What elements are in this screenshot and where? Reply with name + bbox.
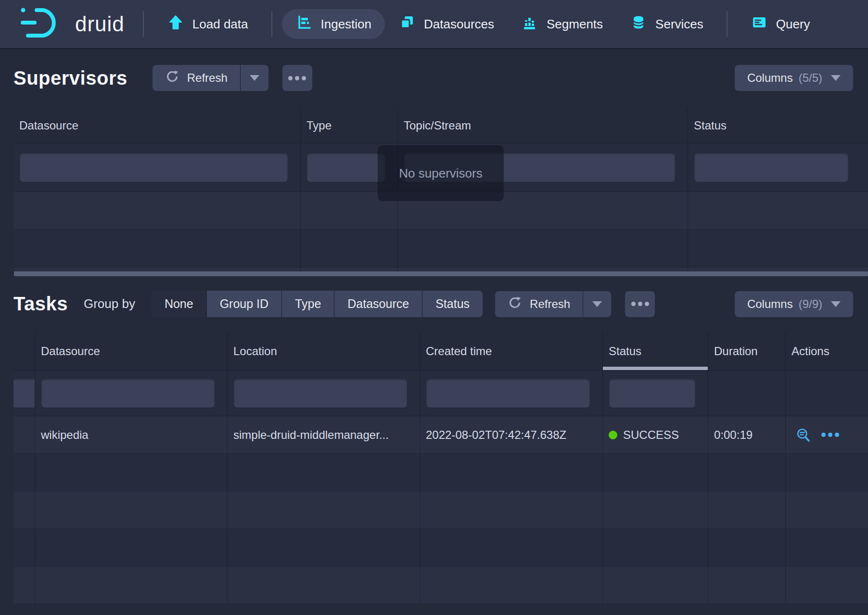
refresh-label: Refresh	[187, 71, 228, 85]
task-duration-cell: 0:00:19	[708, 416, 786, 453]
tasks-more-button[interactable]	[625, 291, 655, 317]
tasks-filter-row	[13, 371, 868, 416]
group-by-button-group: None Group ID Type Datasource Status	[152, 291, 483, 317]
supervisors-more-button[interactable]	[282, 65, 312, 91]
supervisors-refresh-button[interactable]: Refresh	[153, 65, 241, 91]
column-header-topic-stream[interactable]: Topic/Stream	[398, 108, 688, 143]
view-details-magnifier-icon[interactable]	[795, 427, 811, 443]
group-by-status-button[interactable]: Status	[422, 291, 483, 317]
druid-logo-icon	[17, 5, 68, 43]
nav-item-label: Services	[655, 17, 703, 32]
supervisors-columns-button[interactable]: Columns (5/5)	[735, 65, 853, 91]
columns-label: Columns	[747, 71, 793, 85]
table-row	[13, 491, 868, 529]
nav-bar: druid Load data Ingestion	[0, 0, 868, 48]
nav-item-label: Ingestion	[321, 17, 372, 32]
nav-item-label: Query	[776, 17, 810, 32]
nav-item-segments[interactable]: Segments	[508, 9, 616, 39]
nav-item-datasources[interactable]: Datasources	[385, 9, 508, 39]
column-header-status[interactable]: Status	[688, 108, 868, 143]
supervisors-title: Supervisors	[13, 67, 128, 89]
nav-divider	[727, 11, 728, 37]
tasks-toolbar: Tasks Group by None Group ID Type Dataso…	[13, 291, 853, 317]
column-header-location[interactable]: Location	[228, 332, 420, 370]
columns-label: Columns	[747, 297, 793, 311]
status-text: SUCCESS	[623, 428, 679, 442]
group-by-none-button[interactable]: None	[152, 291, 206, 317]
nav-item-services[interactable]: Services	[616, 9, 717, 39]
supervisors-toolbar: Supervisors Refresh Columns (5/5)	[13, 64, 853, 91]
refresh-icon	[165, 69, 179, 87]
supervisors-table: Datasource Type Topic/Stream Status No s…	[13, 108, 868, 271]
chevron-down-icon	[592, 301, 602, 307]
more-icon	[631, 302, 636, 306]
tasks-refresh-button[interactable]: Refresh	[495, 291, 583, 317]
created-time-filter-input[interactable]	[426, 378, 590, 408]
column-header-datasource[interactable]: Datasource	[13, 108, 301, 143]
chevron-down-icon	[831, 301, 841, 307]
nav-item-load-data[interactable]: Load data	[153, 9, 262, 39]
column-header-created-time[interactable]: Created time	[420, 332, 603, 370]
chevron-down-icon	[831, 75, 841, 81]
table-row	[13, 267, 868, 271]
nav-item-query[interactable]: Query	[737, 9, 824, 39]
nav-divider	[143, 11, 144, 37]
brand-name: druid	[75, 12, 125, 36]
nav-item-label: Datasources	[424, 17, 494, 32]
column-header-type[interactable]: Type	[301, 108, 398, 143]
column-header-status[interactable]: Status	[603, 332, 708, 370]
location-filter-input[interactable]	[233, 378, 408, 408]
layers-icon	[398, 14, 416, 35]
table-row	[13, 454, 868, 491]
nav-item-label: Segments	[547, 17, 603, 32]
nav-item-label: Load data	[192, 17, 248, 32]
console-icon	[751, 14, 768, 35]
datasource-filter-input[interactable]	[41, 378, 215, 408]
column-header-datasource[interactable]: Datasource	[35, 332, 228, 370]
horizontal-scrollbar[interactable]	[14, 271, 868, 276]
status-filter-input[interactable]	[609, 378, 696, 408]
supervisors-refresh-dropdown-button[interactable]	[241, 65, 268, 91]
more-icon	[288, 76, 293, 80]
database-icon	[630, 14, 647, 35]
chevron-down-icon	[250, 75, 259, 81]
row-actions-more-icon[interactable]	[821, 433, 839, 437]
task-actions-cell	[786, 416, 868, 453]
supervisors-filter-row	[13, 143, 868, 192]
status-filter-input[interactable]	[694, 153, 849, 182]
group-by-group-id-button[interactable]: Group ID	[206, 291, 281, 317]
type-filter-input[interactable]	[306, 153, 385, 182]
column-header-stub	[13, 332, 35, 370]
column-header-duration[interactable]: Duration	[708, 332, 786, 370]
task-status-cell: SUCCESS	[603, 416, 708, 453]
brand[interactable]: druid	[11, 5, 133, 43]
stub-filter-input[interactable]	[13, 378, 35, 408]
gantt-chart-icon	[295, 14, 313, 35]
tasks-columns-button[interactable]: Columns (9/9)	[735, 291, 853, 317]
tasks-title: Tasks	[13, 293, 68, 315]
column-header-actions[interactable]: Actions	[786, 332, 868, 370]
tasks-refresh-split-button: Refresh	[495, 291, 611, 317]
group-by-type-button[interactable]: Type	[281, 291, 334, 317]
table-row	[13, 230, 868, 267]
table-row	[13, 566, 868, 604]
columns-count: (5/5)	[799, 71, 822, 85]
task-created-time-cell: 2022-08-02T07:42:47.638Z	[420, 416, 603, 453]
task-row-wikipedia: wikipedia simple-druid-middlemanager... …	[13, 416, 868, 454]
datasource-filter-input[interactable]	[19, 153, 288, 182]
supervisors-refresh-split-button: Refresh	[153, 65, 268, 91]
topic-stream-filter-input[interactable]	[404, 153, 676, 182]
group-by-datasource-button[interactable]: Datasource	[334, 291, 422, 317]
bar-chart-icon	[521, 14, 538, 35]
nav-divider	[271, 11, 272, 37]
task-location-cell: simple-druid-middlemanager...	[228, 416, 420, 453]
supervisors-table-header: Datasource Type Topic/Stream Status	[13, 108, 868, 143]
tasks-refresh-dropdown-button[interactable]	[583, 291, 611, 317]
nav-item-ingestion[interactable]: Ingestion	[282, 9, 385, 39]
success-status-icon	[609, 431, 617, 439]
table-row	[13, 529, 868, 566]
columns-count: (9/9)	[799, 297, 822, 311]
task-datasource-cell: wikipedia	[35, 416, 228, 453]
table-row	[13, 192, 868, 230]
refresh-label: Refresh	[530, 297, 570, 311]
